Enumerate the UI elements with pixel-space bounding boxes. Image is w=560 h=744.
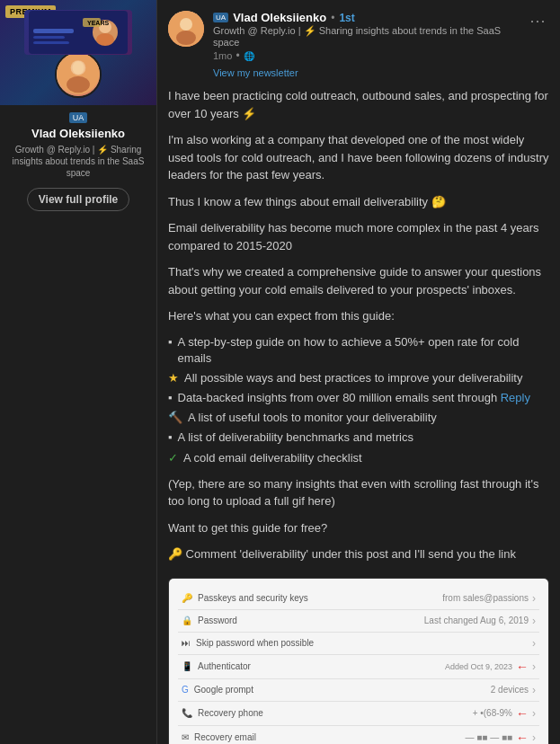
list-item: ▪ Data-backed insights from over 80 mill… <box>168 390 549 406</box>
paragraph-5: That's why we created a comprehensive gu… <box>168 263 549 298</box>
bullet-list: ▪ A step-by-step guide on how to achieve… <box>168 334 549 466</box>
paragraph-4: Email deliverability has become much mor… <box>168 219 549 254</box>
settings-arrow: › <box>532 660 536 673</box>
banner-illustration: YEARS <box>24 10 132 55</box>
author-name[interactable]: Vlad Oleksiienko <box>233 11 326 24</box>
settings-screenshot: 🔑 Passkeys and security keys from sales@… <box>169 579 548 744</box>
svg-point-14 <box>180 18 192 31</box>
bullet-icon-5: ▪ <box>168 430 173 446</box>
settings-label: Authenticator <box>198 661 251 671</box>
post-header: UA Vlad Oleksiienko • 1st Growth @ Reply… <box>157 0 560 87</box>
settings-value: + •(68-9% <box>473 708 512 718</box>
svg-point-15 <box>176 31 196 45</box>
bullet-text-6: A cold email deliverability checklist <box>183 450 362 466</box>
red-arrow-icon: ← <box>516 660 529 674</box>
settings-label: Skip password when possible <box>196 638 314 648</box>
svg-point-12 <box>73 61 84 75</box>
post-avatar[interactable] <box>168 11 204 47</box>
connection-badge: 1st <box>339 12 354 24</box>
svg-point-6 <box>96 33 114 46</box>
view-newsletter-link[interactable]: View my newsletter <box>213 67 298 78</box>
settings-row-5: G Google prompt 2 devices › <box>178 679 539 702</box>
avatar-face <box>57 53 100 96</box>
settings-value: from sales@passions <box>442 593 529 603</box>
bullet-text-5: A list of deliverability benchmarks and … <box>178 430 413 446</box>
paragraph-8: Want to get this guide for free? <box>168 519 549 537</box>
dot-separator: • <box>331 12 334 24</box>
settings-label: Recovery email <box>194 732 256 742</box>
main-content: UA Vlad Oleksiienko • 1st Growth @ Reply… <box>157 0 560 744</box>
ua-badge: UA <box>69 112 88 123</box>
settings-arrow: › <box>532 615 536 627</box>
settings-arrow: › <box>532 637 536 650</box>
attached-image[interactable]: 🔑 Passkeys and security keys from sales@… <box>168 578 549 744</box>
post-time: 1mo <box>213 50 232 61</box>
settings-row-6: 📞 Recovery phone + •(68-9% ← › <box>178 702 539 726</box>
globe-icon: 🌐 <box>244 51 254 61</box>
bullet-text-2: All possible ways and best practices to … <box>184 370 522 386</box>
bullet-text-3: Data-backed insights from over 80 millio… <box>178 390 530 406</box>
sidebar-banner: PREMIUM YEARS <box>0 0 156 105</box>
sidebar: PREMIUM YEARS <box>0 0 157 744</box>
settings-label: Recovery phone <box>198 708 263 718</box>
settings-row-2: 🔒 Password Last changed Aug 6, 2019 › <box>178 610 539 633</box>
sidebar-avatar <box>55 51 102 98</box>
settings-value: — ■■ — ■■ <box>466 732 513 742</box>
settings-arrow: › <box>532 731 536 744</box>
settings-row-4: 📱 Authenticator Added Oct 9, 2023 ← › <box>178 655 539 679</box>
list-item: ▪ A step-by-step guide on how to achieve… <box>168 334 549 367</box>
settings-label: Google prompt <box>194 685 253 695</box>
settings-value: Added Oct 9, 2023 <box>445 662 512 671</box>
svg-text:YEARS: YEARS <box>87 20 109 26</box>
paragraph-7: (Yep, there are so many insights that ev… <box>168 475 549 510</box>
paragraph-3: Thus I know a few things about email del… <box>168 193 549 211</box>
settings-arrow: › <box>532 684 536 696</box>
list-item: ★ All possible ways and best practices t… <box>168 370 549 386</box>
bullet-icon-6: ✓ <box>168 450 178 466</box>
red-arrow-icon: ← <box>516 731 529 744</box>
list-item: 🔨 A list of useful tools to monitor your… <box>168 410 549 426</box>
settings-value: 2 devices <box>491 685 529 695</box>
paragraph-9: 🔑 Comment 'deliverability' under this po… <box>168 545 549 563</box>
svg-rect-1 <box>33 29 74 33</box>
settings-row-7: ✉ Recovery email — ■■ — ■■ ← › <box>178 726 539 744</box>
bullet-text-4: A list of useful tools to monitor your d… <box>188 410 437 426</box>
bullet-icon-4: 🔨 <box>168 410 182 426</box>
list-item: ▪ A list of deliverability benchmarks an… <box>168 430 549 446</box>
author-name-row: UA Vlad Oleksiienko • 1st <box>213 11 517 24</box>
bullet-icon-2: ★ <box>168 370 179 386</box>
bullet-icon-1: ▪ <box>168 334 173 350</box>
svg-rect-2 <box>33 36 65 39</box>
bullet-text-1: A step-by-step guide on how to achieve a… <box>178 334 549 367</box>
post-meta: 1mo • 🌐 <box>213 49 517 62</box>
list-item: ✓ A cold email deliverability checklist <box>168 450 549 466</box>
settings-label: Password <box>198 616 237 625</box>
settings-label: Passkeys and security keys <box>198 593 308 603</box>
profile-description: Growth @ Reply.io | ⚡ Sharing insights a… <box>9 144 147 179</box>
settings-row-3: ⏭ Skip password when possible › <box>178 633 539 655</box>
settings-arrow: › <box>532 592 536 605</box>
paragraph-1: I have been practicing cold outreach, ou… <box>168 87 549 122</box>
view-profile-button[interactable]: View full profile <box>27 188 129 211</box>
bullet-icon-3: ▪ <box>168 390 173 406</box>
banner-image-area: YEARS <box>7 7 149 57</box>
author-title: Growth @ Reply.io | ⚡ Sharing insights a… <box>213 25 517 48</box>
post-author-info: UA Vlad Oleksiienko • 1st Growth @ Reply… <box>213 11 517 80</box>
svg-point-11 <box>67 76 90 93</box>
settings-arrow: › <box>532 707 536 720</box>
paragraph-2: I'm also working at a company that devel… <box>168 131 549 184</box>
post-body: I have been practicing cold outreach, ou… <box>157 87 560 571</box>
paragraph-6: Here's what you can expect from this gui… <box>168 307 549 325</box>
profile-name: Vlad Oleksiienko <box>31 127 125 140</box>
settings-row-1: 🔑 Passkeys and security keys from sales@… <box>178 588 539 610</box>
ua-small-badge: UA <box>213 13 228 22</box>
svg-rect-3 <box>33 41 69 44</box>
post-menu-button[interactable]: ⋯ <box>526 11 549 31</box>
red-arrow-icon: ← <box>516 706 529 721</box>
sidebar-profile: UA Vlad Oleksiienko Growth @ Reply.io | … <box>0 105 156 222</box>
settings-value: Last changed Aug 6, 2019 <box>424 616 529 625</box>
